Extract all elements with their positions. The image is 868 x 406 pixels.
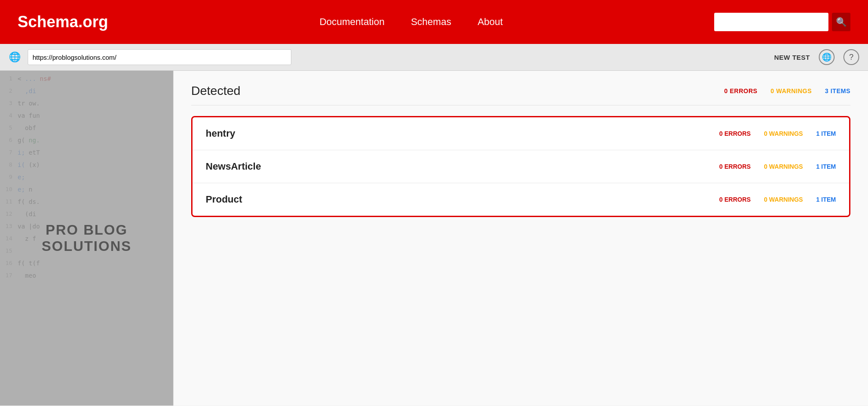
results-panel: Detected 0 ERRORS 0 WARNINGS 3 ITEMS hen…	[174, 71, 868, 406]
url-input[interactable]	[28, 49, 291, 65]
nav-documentation[interactable]: Documentation	[320, 16, 385, 28]
site-logo[interactable]: Schema.org	[18, 13, 108, 31]
nav-schemas[interactable]: Schemas	[411, 16, 451, 28]
schema-stats-hentry: 0 ERRORS 0 WARNINGS 1 ITEM	[719, 130, 836, 137]
language-icon[interactable]: 🌐	[819, 49, 835, 65]
url-bar-right: NEW TEST 🌐 ?	[774, 49, 860, 65]
schema-stats-newsarticle: 0 ERRORS 0 WARNINGS 1 ITEM	[719, 163, 836, 170]
schema-name-newsarticle[interactable]: NewsArticle	[206, 161, 719, 172]
search-bar: 🔍	[714, 13, 850, 31]
search-input[interactable]	[714, 13, 828, 31]
schema-stats-product: 0 ERRORS 0 WARNINGS 1 ITEM	[719, 196, 836, 203]
hentry-errors: 0 ERRORS	[719, 130, 751, 137]
code-panel: 1< ... ns# 2_ ,di 3tr ow. 4va fun 5_ obf…	[0, 71, 174, 406]
hentry-warnings: 0 WARNINGS	[764, 130, 803, 137]
summary-items: 3 ITEMS	[825, 87, 850, 94]
main-content: 1< ... ns# 2_ ,di 3tr ow. 4va fun 5_ obf…	[0, 71, 868, 406]
newsarticle-warnings: 0 WARNINGS	[764, 163, 803, 170]
schema-name-product[interactable]: Product	[206, 194, 719, 205]
schema-row-hentry[interactable]: hentry 0 ERRORS 0 WARNINGS 1 ITEM	[192, 117, 849, 150]
schema-name-hentry[interactable]: hentry	[206, 128, 719, 139]
search-button[interactable]: 🔍	[832, 13, 850, 31]
main-nav: Documentation Schemas About	[134, 16, 688, 28]
schema-row-newsarticle[interactable]: NewsArticle 0 ERRORS 0 WARNINGS 1 ITEM	[192, 150, 849, 183]
schema-results-box: hentry 0 ERRORS 0 WARNINGS 1 ITEM NewsAr…	[191, 116, 850, 217]
summary-warnings: 0 WARNINGS	[770, 87, 812, 94]
nav-about[interactable]: About	[478, 16, 503, 28]
site-header: Schema.org Documentation Schemas About 🔍	[0, 0, 868, 44]
schema-row-product[interactable]: Product 0 ERRORS 0 WARNINGS 1 ITEM	[192, 183, 849, 216]
product-items: 1 ITEM	[816, 196, 836, 203]
product-errors: 0 ERRORS	[719, 196, 751, 203]
hentry-items: 1 ITEM	[816, 130, 836, 137]
help-icon[interactable]: ?	[843, 49, 859, 65]
newsarticle-errors: 0 ERRORS	[719, 163, 751, 170]
summary-errors: 0 ERRORS	[724, 87, 758, 94]
code-overlay: PRO BLOG SOLUTIONS	[0, 71, 173, 406]
url-bar-area: 🌐 NEW TEST 🌐 ?	[0, 44, 868, 71]
overlay-text: PRO BLOG SOLUTIONS	[0, 222, 173, 254]
newsarticle-items: 1 ITEM	[816, 163, 836, 170]
detected-header: Detected 0 ERRORS 0 WARNINGS 3 ITEMS	[191, 84, 850, 105]
summary-stats: 0 ERRORS 0 WARNINGS 3 ITEMS	[724, 87, 850, 94]
globe-icon: 🌐	[9, 51, 21, 63]
detected-title: Detected	[191, 84, 724, 98]
product-warnings: 0 WARNINGS	[764, 196, 803, 203]
new-test-button[interactable]: NEW TEST	[774, 54, 810, 61]
